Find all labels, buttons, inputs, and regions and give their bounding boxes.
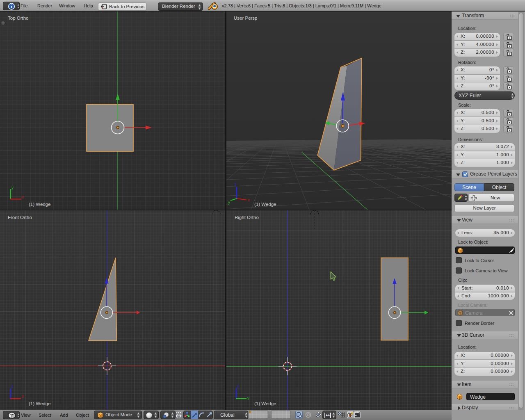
svg-text:(1) Wedge: (1) Wedge: [254, 401, 276, 406]
svg-text:x: x: [22, 195, 24, 199]
svg-text:z: z: [235, 182, 237, 187]
svg-text:z: z: [11, 384, 14, 388]
svg-text:z: z: [237, 384, 239, 388]
svg-text:(1) Wedge: (1) Wedge: [29, 202, 50, 207]
svg-text:x: x: [22, 394, 24, 399]
svg-text:Top Ortho: Top Ortho: [8, 16, 29, 21]
svg-text:(1) Wedge: (1) Wedge: [254, 202, 276, 207]
svg-text:y: y: [228, 200, 230, 205]
svg-text:User Persp: User Persp: [234, 16, 258, 21]
svg-text:Right Ortho: Right Ortho: [235, 215, 259, 220]
svg-text:Front Ortho: Front Ortho: [8, 215, 32, 220]
svg-text:x: x: [248, 198, 250, 202]
svg-text:y: y: [11, 185, 14, 190]
svg-text:y: y: [247, 396, 249, 400]
svg-text:(1) Wedge: (1) Wedge: [29, 401, 50, 406]
